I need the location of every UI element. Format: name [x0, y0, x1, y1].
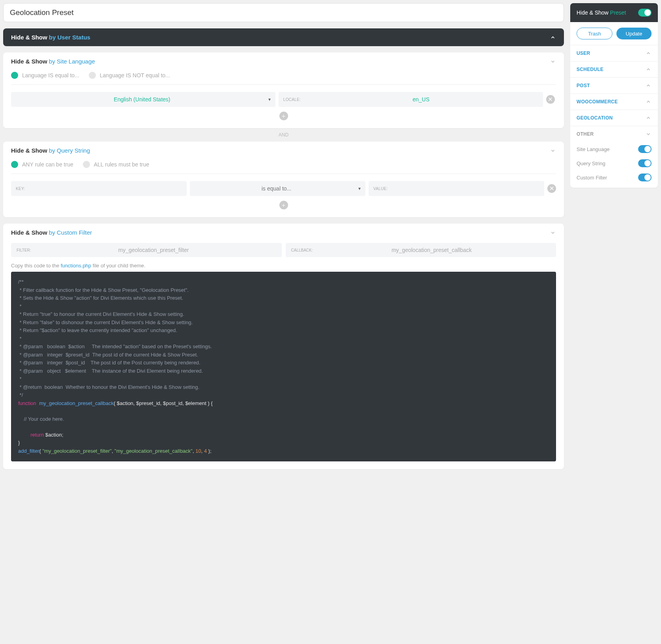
operator-select[interactable]: is equal to... ▾ — [190, 181, 365, 196]
radio-dot-icon — [83, 161, 90, 168]
sidebar-panel: Hide & Show Preset Trash Update USER SCH… — [570, 3, 658, 188]
callback-name-field[interactable]: CALLBACK: my_geolocation_preset_callback — [286, 243, 556, 257]
card-prefix: Hide & Show — [11, 147, 49, 154]
radio-dot-icon — [11, 161, 18, 168]
add-row-button[interactable]: ＋ — [279, 112, 288, 120]
card-suffix: by Site Language — [49, 58, 95, 65]
chevron-up-icon — [550, 34, 556, 41]
card-site-language: Hide & Show by Site Language Language IS… — [3, 52, 564, 128]
preset-title-input[interactable] — [3, 3, 564, 22]
sidebar-item-custom-filter: Custom Filter — [577, 170, 652, 185]
toggle-site-language[interactable] — [638, 145, 652, 153]
card-header-user-status[interactable]: Hide & Show by User Status — [3, 28, 564, 46]
card-prefix: Hide & Show — [11, 34, 49, 41]
chevron-up-icon — [645, 99, 652, 105]
remove-row-button[interactable]: ✕ — [546, 95, 555, 104]
card-user-status: Hide & Show by User Status — [3, 28, 564, 46]
locale-label: LOCALE: — [283, 97, 301, 102]
card-query-string: Hide & Show by Query String ANY rule can… — [3, 142, 564, 217]
radio-all-true[interactable]: ALL rules must be true — [83, 161, 149, 168]
radio-lang-not-equal[interactable]: Language IS NOT equal to... — [89, 72, 170, 79]
update-button[interactable]: Update — [616, 28, 652, 39]
card-suffix: by Custom Filter — [49, 229, 92, 236]
section-post[interactable]: POST — [570, 78, 658, 93]
chevron-down-icon: ▾ — [268, 97, 271, 102]
radio-label: Language IS NOT equal to... — [100, 72, 170, 78]
functions-php-link[interactable]: functions.php — [61, 263, 91, 269]
section-other[interactable]: OTHER — [570, 126, 658, 142]
card-suffix: by User Status — [49, 34, 90, 41]
operator-value: is equal to... — [195, 185, 358, 192]
key-label: KEY: — [16, 187, 25, 191]
sidebar-item-query-string: Query String — [577, 156, 652, 170]
radio-label: ANY rule can be true — [22, 161, 73, 168]
chevron-up-icon — [645, 66, 652, 73]
radio-dot-icon — [11, 72, 18, 79]
chevron-up-icon — [645, 82, 652, 89]
and-connector: AND — [3, 132, 564, 138]
sidebar-header: Hide & Show Preset — [570, 3, 658, 22]
section-woocommerce[interactable]: WOOCOMMERCE — [570, 94, 658, 110]
toggle-query-string[interactable] — [638, 159, 652, 167]
toggle-custom-filter[interactable] — [638, 174, 652, 181]
add-row-button[interactable]: ＋ — [279, 201, 288, 209]
preset-enable-toggle[interactable] — [638, 9, 652, 17]
locale-field: LOCALE: en_US — [279, 92, 543, 107]
chevron-down-icon — [550, 58, 556, 65]
filter-value: my_geolocation_preset_filter — [31, 247, 276, 253]
code-block: /** * Filter callback function for the H… — [11, 272, 556, 461]
card-custom-filter: Hide & Show by Custom Filter FILTER: my_… — [3, 224, 564, 469]
sidebar-item-site-language: Site Language — [577, 142, 652, 156]
chevron-up-icon — [645, 115, 652, 121]
radio-label: Language IS equal to... — [22, 72, 79, 78]
key-input[interactable]: KEY: — [11, 181, 187, 196]
card-header-custom-filter[interactable]: Hide & Show by Custom Filter — [3, 224, 564, 241]
value-label: VALUE: — [373, 187, 388, 191]
remove-row-button[interactable]: ✕ — [547, 184, 556, 193]
chevron-down-icon: ▾ — [358, 186, 361, 191]
section-schedule[interactable]: SCHEDULE — [570, 62, 658, 77]
radio-lang-equal[interactable]: Language IS equal to... — [11, 72, 79, 79]
radio-any-true[interactable]: ANY rule can be true — [11, 161, 73, 168]
value-input[interactable]: VALUE: — [369, 181, 544, 196]
section-geolocation[interactable]: GEOLOCATION — [570, 110, 658, 126]
callback-value: my_geolocation_preset_callback — [313, 247, 551, 253]
card-prefix: Hide & Show — [11, 58, 49, 65]
section-user[interactable]: USER — [570, 45, 658, 61]
filter-name-field[interactable]: FILTER: my_geolocation_preset_filter — [11, 243, 282, 257]
locale-value: en_US — [304, 96, 538, 103]
radio-label: ALL rules must be true — [94, 161, 149, 168]
chevron-down-icon — [550, 230, 556, 236]
radio-dot-icon — [89, 72, 96, 79]
card-prefix: Hide & Show — [11, 229, 49, 236]
trash-button[interactable]: Trash — [577, 28, 612, 39]
filter-label: FILTER: — [17, 248, 31, 252]
language-select[interactable]: English (United States) ▾ — [11, 92, 275, 107]
chevron-down-icon — [645, 131, 652, 137]
card-header-site-language[interactable]: Hide & Show by Site Language — [3, 52, 564, 70]
card-suffix: by Query String — [49, 147, 90, 154]
chevron-up-icon — [645, 50, 652, 56]
language-select-value: English (United States) — [16, 96, 268, 103]
card-header-query-string[interactable]: Hide & Show by Query String — [3, 142, 564, 159]
copy-hint: Copy this code to the functions.php file… — [11, 263, 556, 269]
callback-label: CALLBACK: — [291, 248, 313, 252]
chevron-down-icon — [550, 147, 556, 154]
